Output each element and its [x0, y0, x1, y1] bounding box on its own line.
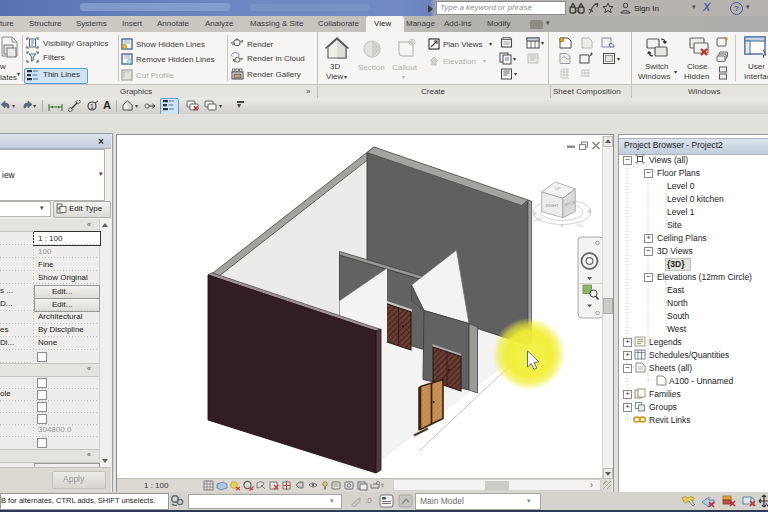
svg-text:EAST: EAST: [533, 216, 544, 223]
svg-text:1: 1: [90, 103, 94, 110]
svg-text:RIGHT: RIGHT: [546, 203, 559, 208]
svg-text:SOU: SOU: [576, 223, 585, 229]
svg-text:UP: UP: [555, 186, 561, 191]
